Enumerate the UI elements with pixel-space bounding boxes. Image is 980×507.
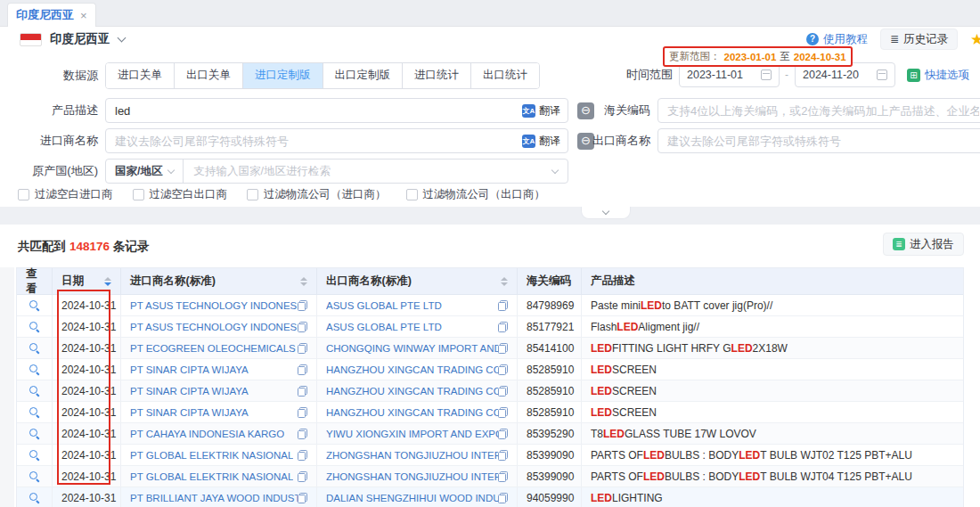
filter-checkbox[interactable]: 过滤空白进口商 xyxy=(18,187,113,202)
copy-icon[interactable] xyxy=(298,471,307,482)
checkbox-icon[interactable] xyxy=(18,189,29,200)
view-record-icon[interactable] xyxy=(29,299,40,311)
origin-type-select[interactable]: 国家/地区 xyxy=(106,159,184,183)
update-range-to: 至 xyxy=(780,50,790,63)
copy-icon[interactable] xyxy=(498,450,508,461)
importer-link[interactable]: PT SINAR CIPTA WIJAYA xyxy=(130,407,249,418)
importer-name-input[interactable] xyxy=(105,128,568,153)
sort-icon[interactable] xyxy=(295,277,307,286)
exporter-link[interactable]: ZHONGSHAN TONGJIUZHOU INTERNA... xyxy=(326,450,498,461)
copy-icon[interactable] xyxy=(298,429,307,439)
importer-link[interactable]: PT ASUS TECHNOLOGY INDONESIA BA... xyxy=(130,300,298,311)
importer-link[interactable]: PT ASUS TECHNOLOGY INDONESIA BA... xyxy=(130,322,298,332)
datasource-tab[interactable]: 进口关单 xyxy=(106,63,174,88)
copy-icon[interactable] xyxy=(498,386,508,397)
table-row: 2024-10-31PT ECOGREEN OLEOCHEMICALSCHONG… xyxy=(17,338,963,359)
copy-icon[interactable] xyxy=(498,343,508,354)
sort-icon[interactable] xyxy=(99,277,111,286)
row-hs-code: 85285910 xyxy=(518,402,582,422)
importer-link[interactable]: PT BRILLIANT JAYA WOOD INDUSTRY xyxy=(130,493,298,503)
column-header: 查看 xyxy=(17,268,53,294)
copy-icon[interactable] xyxy=(298,493,307,503)
datasource-tab[interactable]: 出口统计 xyxy=(470,63,539,88)
filter-checkbox[interactable]: 过滤物流公司（出口商） xyxy=(406,187,546,202)
view-record-icon[interactable] xyxy=(29,428,40,439)
exporter-link[interactable]: HANGZHOU XINGCAN TRADING CO LTD xyxy=(326,364,498,375)
importer-link[interactable]: PT GLOBAL ELEKTRIK NASIONAL xyxy=(130,450,293,461)
view-record-icon[interactable] xyxy=(29,364,40,375)
copy-icon[interactable] xyxy=(298,343,307,354)
importer-link[interactable]: PT ECOGREEN OLEOCHEMICALS xyxy=(130,343,296,354)
copy-icon[interactable] xyxy=(298,300,307,311)
column-header[interactable]: 日期 xyxy=(53,268,121,294)
datasource-tab[interactable]: 出口定制版 xyxy=(323,63,403,88)
copy-icon[interactable] xyxy=(498,322,508,332)
filter-checkbox[interactable]: 过滤空白出口商 xyxy=(133,187,228,202)
checkbox-icon[interactable] xyxy=(133,189,144,200)
tab-indonesia[interactable]: 印度尼西亚 × xyxy=(7,3,96,27)
copy-icon[interactable] xyxy=(498,364,508,375)
column-header[interactable]: 出口商名称(标准) xyxy=(317,268,518,294)
row-product-desc: LED SCREEN xyxy=(582,402,963,422)
copy-icon[interactable] xyxy=(498,407,508,418)
checkbox-icon[interactable] xyxy=(247,189,258,200)
importer-link[interactable]: PT SINAR CIPTA WIJAYA xyxy=(130,364,249,375)
exporter-link[interactable]: CHONGQING WINWAY IMPORT AND E... xyxy=(326,343,498,354)
copy-icon[interactable] xyxy=(498,493,508,503)
enter-report-button[interactable]: ≣ 进入报告 xyxy=(883,233,964,256)
exporter-link[interactable]: HANGZHOU XINGCAN TRADING CO LTD xyxy=(326,407,498,418)
copy-icon[interactable] xyxy=(298,386,307,397)
star-icon[interactable]: ★ xyxy=(970,30,980,49)
exporter-link[interactable]: ASUS GLOBAL PTE LTD xyxy=(326,300,442,311)
exporter-link[interactable]: ZHONGSHAN TONGJIUZHOU INTERNA... xyxy=(326,471,498,482)
copy-icon[interactable] xyxy=(498,471,508,482)
datasource-tab[interactable]: 进口定制版 xyxy=(242,63,323,88)
row-product-desc: LED SCREEN xyxy=(582,359,963,380)
table-body: 2024-10-31PT ASUS TECHNOLOGY INDONESIA B… xyxy=(17,295,963,507)
row-date: 2024-10-31 xyxy=(53,316,121,337)
tab-label: 印度尼西亚 xyxy=(16,7,74,23)
tutorial-label: 使用教程 xyxy=(823,32,868,47)
quick-options-link[interactable]: ⊞ 快捷选项 xyxy=(907,68,969,83)
datasource-tab[interactable]: 进口统计 xyxy=(402,63,470,88)
product-desc-input[interactable] xyxy=(105,98,568,123)
origin-country-input[interactable]: 国家/地区 支持输入国家/地区进行检索 xyxy=(105,159,568,184)
row-product-desc: LED FITTING LIGHT HRFY G LED 2X18W xyxy=(582,338,963,358)
copy-icon[interactable] xyxy=(498,429,508,439)
copy-icon[interactable] xyxy=(298,322,307,332)
copy-icon[interactable] xyxy=(298,407,307,418)
datasource-tab[interactable]: 出口关单 xyxy=(174,63,242,88)
chevron-down-icon[interactable] xyxy=(117,33,126,42)
filter-checkbox[interactable]: 过滤物流公司（进口商） xyxy=(247,187,387,202)
importer-link[interactable]: PT GLOBAL ELEKTRIK NASIONAL xyxy=(130,471,293,482)
importer-link[interactable]: PT SINAR CIPTA WIJAYA xyxy=(130,386,249,397)
column-header[interactable]: 进口商名称(标准) xyxy=(121,268,317,294)
history-button[interactable]: ≣ 历史记录 xyxy=(880,29,958,50)
exporter-link[interactable]: HANGZHOU XINGCAN TRADING CO LTD xyxy=(326,386,498,397)
view-record-icon[interactable] xyxy=(29,449,40,461)
row-product-desc: Paste miniLED to BATT cover jig(Pro)// xyxy=(582,295,963,315)
sort-icon[interactable] xyxy=(495,277,508,286)
view-record-icon[interactable] xyxy=(29,342,40,354)
copy-icon[interactable] xyxy=(498,300,508,311)
exporter-name-input[interactable] xyxy=(657,128,980,153)
view-record-icon[interactable] xyxy=(29,492,40,503)
collapse-filters-button[interactable] xyxy=(581,207,631,219)
table-gutter xyxy=(0,267,14,507)
exporter-link[interactable]: DALIAN SHENGZHIHUI WOOD INDUST... xyxy=(326,493,498,503)
view-record-icon[interactable] xyxy=(29,321,40,332)
view-record-icon[interactable] xyxy=(29,406,40,418)
importer-link[interactable]: PT CAHAYA INDONESIA KARGO xyxy=(130,429,284,439)
exporter-link[interactable]: YIWU XIONGXIN IMPORT AND EXPORT... xyxy=(326,429,498,439)
copy-icon[interactable] xyxy=(298,450,307,461)
hs-code-input[interactable] xyxy=(657,98,980,123)
view-record-icon[interactable] xyxy=(29,385,40,397)
checkbox-icon[interactable] xyxy=(406,189,418,200)
exporter-link[interactable]: ASUS GLOBAL PTE LTD xyxy=(326,322,442,332)
tutorial-link[interactable]: ? 使用教程 xyxy=(806,32,868,47)
exporter-name-label: 出口商名称 xyxy=(552,133,650,149)
copy-icon[interactable] xyxy=(298,364,307,375)
row-product-desc: Flash LED Aligment jig// xyxy=(582,316,963,337)
view-record-icon[interactable] xyxy=(29,470,40,482)
close-icon[interactable]: × xyxy=(80,10,87,21)
